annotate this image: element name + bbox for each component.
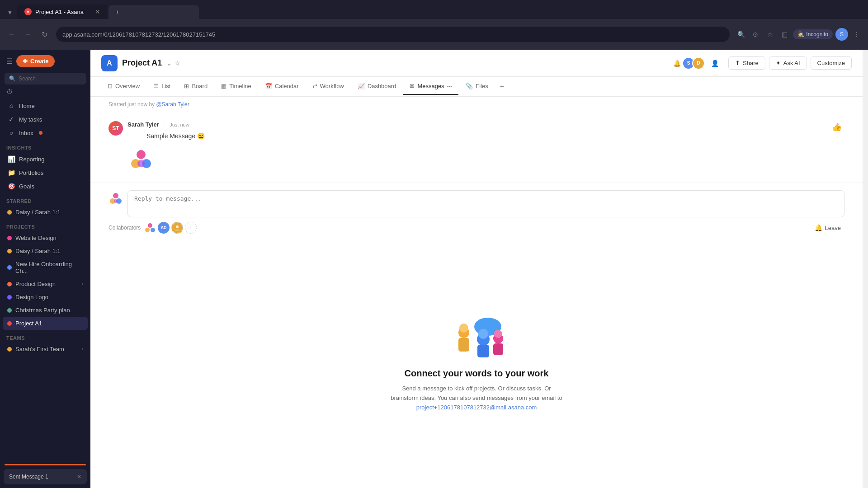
right-scrollbar-rail[interactable] [863, 50, 868, 488]
tab-overview[interactable]: ⊡ Overview [101, 78, 146, 95]
asana-logo-attachment [127, 146, 155, 174]
tasks-icon: ✓ [7, 116, 15, 123]
sidebar-item-website-design[interactable]: Website Design [3, 231, 88, 244]
tab-close-button[interactable]: ✕ [95, 8, 100, 15]
connect-email-link[interactable]: project+1206178107812732@mail.asana.com [416, 404, 537, 411]
global-search-input[interactable]: 🔍 Search [5, 73, 86, 84]
url-bar[interactable]: app.asana.com/0/1206178107812732/1206178… [56, 27, 730, 42]
leave-label: Leave [825, 225, 841, 231]
extensions-icon[interactable]: ⋮ [851, 28, 863, 40]
sidebar-item-christmas-party[interactable]: Christmas Party plan [3, 304, 88, 317]
project-star-icon[interactable]: ☆ [175, 60, 180, 67]
sidebar-item-project-a1[interactable]: Project A1 [3, 317, 88, 330]
tab-dashboard[interactable]: 📈 Dashboard [351, 78, 403, 95]
hamburger-menu-button[interactable]: ☰ [6, 57, 13, 66]
back-button[interactable]: ← [5, 28, 18, 41]
tab-workflow[interactable]: ⇄ Workflow [306, 78, 350, 95]
goals-icon: 🎯 [7, 183, 15, 190]
list-icon: ☰ [153, 83, 159, 89]
sidebar-item-home[interactable]: ⌂ Home [3, 99, 88, 113]
sidebar-item-sarahs-team[interactable]: Sarah's First Team › [3, 343, 88, 356]
new-tab-button[interactable]: + [108, 5, 199, 19]
sidebar-item-goals[interactable]: 🎯 Goals [3, 179, 88, 193]
sidebar-item-my-tasks[interactable]: ✓ My tasks [3, 113, 88, 126]
svg-point-3 [137, 160, 145, 167]
svg-point-4 [113, 193, 118, 198]
reload-button[interactable]: ↻ [38, 28, 51, 41]
tab-timeline[interactable]: ▦ Timeline [215, 78, 258, 95]
add-collaborator-button[interactable]: + [185, 222, 197, 234]
customize-button[interactable]: Customize [811, 56, 852, 70]
starred-section-title: Starred [0, 193, 90, 206]
svg-rect-15 [458, 338, 469, 352]
collab-avatar-person [171, 222, 183, 234]
files-icon: 📎 [466, 83, 473, 89]
messages-icon: ✉ [410, 83, 415, 89]
members-icon[interactable]: 👤 [708, 57, 721, 70]
messages-more-icon[interactable]: ••• [447, 84, 453, 89]
sidebar-item-daisy-sarah-project[interactable]: Daisy / Sarah 1:1 [3, 244, 88, 258]
bookmark-icon[interactable]: ☆ [764, 28, 776, 40]
sarahs-team-dot [7, 347, 12, 352]
ask-ai-button[interactable]: ✦ Ask AI [769, 56, 807, 70]
project-title-actions: ⌄ ☆ [166, 60, 180, 67]
create-button[interactable]: ✚ Create [16, 55, 55, 67]
inbox-badge [39, 131, 42, 135]
message-content: Sarah Tyler · Just now Sample Message 😄 [127, 121, 825, 174]
sidebar-item-daisy-sarah-starred[interactable]: Daisy / Sarah 1:1 [3, 206, 88, 219]
sidebar-item-inbox[interactable]: ○ Inbox [3, 126, 88, 140]
search-icon: 🔍 [9, 75, 16, 82]
svg-point-7 [114, 199, 118, 203]
project-header: A Project A1 ⌄ ☆ 🔔 S D 👤 ⬆ [90, 50, 863, 77]
leave-icon: 🔔 [815, 224, 822, 231]
reply-box-wrapper [108, 190, 844, 217]
timer-icon[interactable]: ⏱ [6, 88, 13, 95]
sidebar-item-reporting[interactable]: 📊 Reporting [3, 152, 88, 166]
sidebar-item-design-logo[interactable]: Design Logo [3, 291, 88, 304]
collaborators-label: Collaborators [108, 225, 141, 231]
share-button[interactable]: ⬆ Share [728, 56, 765, 70]
tab-messages[interactable]: ✉ Messages ••• [403, 78, 458, 95]
sarahs-team-chevron: › [82, 347, 83, 352]
sidebar: ☰ ✚ Create 🔍 Search ⏱ ⌂ Home ✓ My tas [0, 50, 90, 488]
calendar-icon: 📅 [265, 83, 272, 89]
lens-icon[interactable]: ⊙ [750, 28, 761, 40]
sent-notification-close[interactable]: ✕ [77, 474, 81, 480]
starred-dot [7, 210, 12, 215]
message-author-name: Sarah Tyler [127, 121, 159, 128]
svg-rect-18 [477, 345, 489, 357]
sidebar-panel-icon[interactable]: ▥ [778, 28, 790, 40]
collab-avatar-sd: SD [158, 222, 170, 234]
forward-button[interactable]: → [22, 28, 34, 41]
starred-nav: Daisy / Sarah 1:1 [0, 206, 90, 219]
message-author-link[interactable]: @Sarah Tyler [156, 101, 189, 108]
sidebar-item-portfolios[interactable]: 📁 Portfolios [3, 166, 88, 179]
leave-button[interactable]: 🔔 Leave [811, 222, 844, 233]
profile-avatar[interactable]: S [835, 28, 848, 41]
sidebar-nav: ⌂ Home ✓ My tasks ○ Inbox [0, 99, 90, 140]
sidebar-item-new-hire[interactable]: New Hire Onboarding Ch... [3, 258, 88, 277]
sent-notification-text: Sent Message 1 [9, 474, 48, 480]
message-separator: · [164, 122, 165, 128]
tab-list[interactable]: ☰ List [147, 78, 177, 95]
message-like-button[interactable]: 👍 [829, 121, 844, 133]
reply-input[interactable] [127, 190, 844, 217]
active-tab[interactable]: ● Project A1 - Asana ✕ [17, 5, 108, 19]
sidebar-header: ☰ ✚ Create [0, 50, 90, 73]
projects-nav: Website Design Daisy / Sarah 1:1 New Hir… [0, 231, 90, 330]
search-page-icon[interactable]: 🔍 [735, 28, 747, 40]
project-icon: A [101, 55, 118, 71]
tab-calendar[interactable]: 📅 Calendar [259, 78, 305, 95]
insights-section-title: Insights [0, 140, 90, 152]
sidebar-item-product-design[interactable]: Product Design › [3, 277, 88, 291]
add-tab-button[interactable]: + [497, 80, 507, 94]
svg-point-22 [494, 330, 502, 338]
browser-tab-dropdown[interactable]: ▼ [4, 6, 16, 19]
incognito-button[interactable]: 🕵 Incognito [793, 29, 833, 39]
notification-icon[interactable]: 🔔 [670, 57, 683, 70]
project-dropdown-icon[interactable]: ⌄ [166, 60, 172, 67]
reporting-icon: 📊 [7, 155, 15, 163]
tab-files[interactable]: 📎 Files [459, 78, 494, 95]
tab-board[interactable]: ⊞ Board [178, 78, 214, 95]
messages-area[interactable]: Started just now by @Sarah Tyler ST Sara… [90, 97, 863, 488]
